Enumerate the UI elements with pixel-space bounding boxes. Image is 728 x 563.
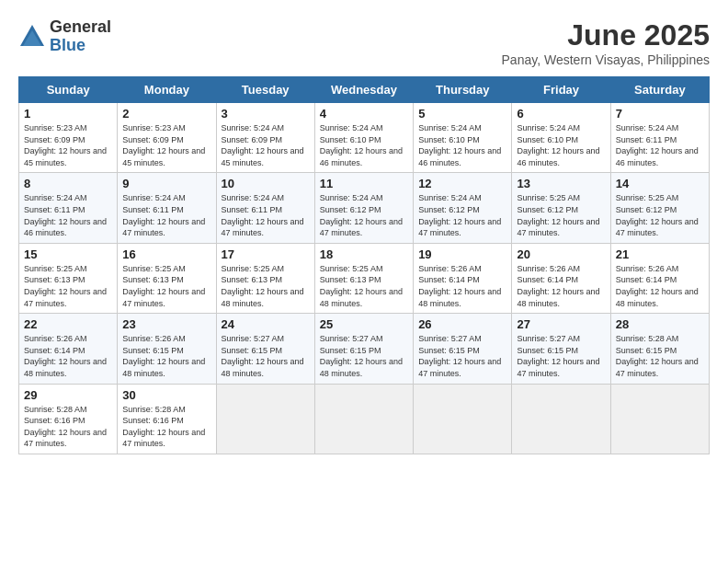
day-number: 16 (122, 247, 210, 261)
column-header-monday: Monday (118, 77, 216, 103)
logo-general-label: General (50, 18, 111, 37)
calendar-day-19: 19Sunrise: 5:26 AMSunset: 6:14 PMDayligh… (414, 243, 512, 313)
day-info: Sunrise: 5:25 AMSunset: 6:12 PMDaylight:… (517, 192, 605, 238)
day-number: 4 (320, 107, 408, 121)
calendar-day-23: 23Sunrise: 5:26 AMSunset: 6:15 PMDayligh… (118, 314, 216, 384)
calendar-day-26: 26Sunrise: 5:27 AMSunset: 6:15 PMDayligh… (414, 314, 512, 384)
calendar-day-18: 18Sunrise: 5:25 AMSunset: 6:13 PMDayligh… (314, 243, 413, 313)
day-info: Sunrise: 5:24 AMSunset: 6:11 PMDaylight:… (122, 192, 210, 238)
calendar-day-4: 4Sunrise: 5:24 AMSunset: 6:10 PMDaylight… (314, 103, 413, 173)
day-info: Sunrise: 5:23 AMSunset: 6:09 PMDaylight:… (122, 122, 210, 168)
column-header-friday: Friday (512, 77, 610, 103)
header: General Blue June 2025 Panay, Western Vi… (18, 18, 710, 67)
calendar-week-1: 1Sunrise: 5:23 AMSunset: 6:09 PMDaylight… (19, 103, 710, 173)
day-number: 26 (418, 317, 506, 331)
day-number: 19 (418, 247, 506, 261)
day-info: Sunrise: 5:24 AMSunset: 6:12 PMDaylight:… (418, 192, 506, 238)
day-number: 6 (517, 107, 605, 121)
logo-icon (18, 23, 46, 51)
calendar-day-1: 1Sunrise: 5:23 AMSunset: 6:09 PMDaylight… (19, 103, 118, 173)
day-info: Sunrise: 5:26 AMSunset: 6:14 PMDaylight:… (24, 333, 112, 379)
calendar-empty-cell (610, 384, 709, 454)
day-info: Sunrise: 5:27 AMSunset: 6:15 PMDaylight:… (418, 333, 506, 379)
calendar-day-7: 7Sunrise: 5:24 AMSunset: 6:11 PMDaylight… (610, 103, 709, 173)
column-header-saturday: Saturday (610, 77, 709, 103)
day-number: 7 (616, 107, 704, 121)
day-number: 11 (320, 177, 408, 190)
day-number: 22 (24, 317, 112, 331)
day-number: 9 (122, 177, 210, 190)
calendar-table: SundayMondayTuesdayWednesdayThursdayFrid… (18, 76, 710, 454)
calendar-day-15: 15Sunrise: 5:25 AMSunset: 6:13 PMDayligh… (19, 243, 118, 313)
day-info: Sunrise: 5:24 AMSunset: 6:09 PMDaylight:… (222, 122, 310, 168)
calendar-empty-cell (216, 384, 314, 454)
calendar-day-25: 25Sunrise: 5:27 AMSunset: 6:15 PMDayligh… (314, 314, 413, 384)
calendar-week-3: 15Sunrise: 5:25 AMSunset: 6:13 PMDayligh… (19, 243, 710, 313)
day-number: 13 (517, 177, 605, 190)
logo-text: General Blue (50, 18, 111, 55)
calendar-day-21: 21Sunrise: 5:26 AMSunset: 6:14 PMDayligh… (610, 243, 709, 313)
day-number: 1 (24, 107, 112, 121)
calendar-day-13: 13Sunrise: 5:25 AMSunset: 6:12 PMDayligh… (512, 173, 610, 243)
calendar-day-11: 11Sunrise: 5:24 AMSunset: 6:12 PMDayligh… (314, 173, 413, 243)
calendar-empty-cell (314, 384, 413, 454)
day-info: Sunrise: 5:24 AMSunset: 6:10 PMDaylight:… (418, 122, 506, 168)
day-number: 3 (222, 107, 310, 121)
day-number: 21 (616, 247, 704, 261)
day-number: 2 (122, 107, 210, 121)
day-info: Sunrise: 5:23 AMSunset: 6:09 PMDaylight:… (24, 122, 112, 168)
day-number: 25 (320, 317, 408, 331)
day-info: Sunrise: 5:24 AMSunset: 6:11 PMDaylight:… (24, 192, 112, 238)
calendar-day-22: 22Sunrise: 5:26 AMSunset: 6:14 PMDayligh… (19, 314, 118, 384)
day-number: 10 (222, 177, 310, 190)
calendar-day-29: 29Sunrise: 5:28 AMSunset: 6:16 PMDayligh… (19, 384, 118, 454)
calendar-header-row: SundayMondayTuesdayWednesdayThursdayFrid… (19, 77, 710, 103)
column-header-wednesday: Wednesday (314, 77, 413, 103)
day-number: 5 (418, 107, 506, 121)
day-info: Sunrise: 5:24 AMSunset: 6:12 PMDaylight:… (320, 192, 408, 238)
day-number: 28 (616, 317, 704, 331)
day-number: 17 (222, 247, 310, 261)
day-info: Sunrise: 5:24 AMSunset: 6:10 PMDaylight:… (320, 122, 408, 168)
month-title: June 2025 (502, 18, 710, 52)
day-number: 23 (122, 317, 210, 331)
logo-blue-label: Blue (50, 37, 111, 55)
day-number: 30 (122, 388, 210, 402)
calendar-day-3: 3Sunrise: 5:24 AMSunset: 6:09 PMDaylight… (216, 103, 314, 173)
day-info: Sunrise: 5:25 AMSunset: 6:13 PMDaylight:… (222, 263, 310, 309)
calendar-day-10: 10Sunrise: 5:24 AMSunset: 6:11 PMDayligh… (216, 173, 314, 243)
day-info: Sunrise: 5:28 AMSunset: 6:16 PMDaylight:… (24, 404, 112, 450)
day-number: 8 (24, 177, 112, 190)
calendar-day-24: 24Sunrise: 5:27 AMSunset: 6:15 PMDayligh… (216, 314, 314, 384)
calendar-day-8: 8Sunrise: 5:24 AMSunset: 6:11 PMDaylight… (19, 173, 118, 243)
day-info: Sunrise: 5:26 AMSunset: 6:14 PMDaylight:… (616, 263, 704, 309)
day-info: Sunrise: 5:28 AMSunset: 6:15 PMDaylight:… (616, 333, 704, 379)
calendar-empty-cell (414, 384, 512, 454)
day-number: 20 (517, 247, 605, 261)
day-info: Sunrise: 5:27 AMSunset: 6:15 PMDaylight:… (517, 333, 605, 379)
calendar-day-16: 16Sunrise: 5:25 AMSunset: 6:13 PMDayligh… (118, 243, 216, 313)
calendar-week-4: 22Sunrise: 5:26 AMSunset: 6:14 PMDayligh… (19, 314, 710, 384)
day-info: Sunrise: 5:26 AMSunset: 6:15 PMDaylight:… (122, 333, 210, 379)
location-subtitle: Panay, Western Visayas, Philippines (502, 52, 710, 67)
day-number: 12 (418, 177, 506, 190)
calendar-day-12: 12Sunrise: 5:24 AMSunset: 6:12 PMDayligh… (414, 173, 512, 243)
day-info: Sunrise: 5:27 AMSunset: 6:15 PMDaylight:… (320, 333, 408, 379)
day-info: Sunrise: 5:24 AMSunset: 6:11 PMDaylight:… (616, 122, 704, 168)
day-info: Sunrise: 5:25 AMSunset: 6:12 PMDaylight:… (616, 192, 704, 238)
calendar-day-27: 27Sunrise: 5:27 AMSunset: 6:15 PMDayligh… (512, 314, 610, 384)
logo: General Blue (18, 18, 111, 55)
title-area: June 2025 Panay, Western Visayas, Philip… (502, 18, 710, 67)
day-info: Sunrise: 5:24 AMSunset: 6:10 PMDaylight:… (517, 122, 605, 168)
day-info: Sunrise: 5:26 AMSunset: 6:14 PMDaylight:… (517, 263, 605, 309)
calendar-day-9: 9Sunrise: 5:24 AMSunset: 6:11 PMDaylight… (118, 173, 216, 243)
calendar-day-20: 20Sunrise: 5:26 AMSunset: 6:14 PMDayligh… (512, 243, 610, 313)
day-info: Sunrise: 5:25 AMSunset: 6:13 PMDaylight:… (24, 263, 112, 309)
calendar-week-5: 29Sunrise: 5:28 AMSunset: 6:16 PMDayligh… (19, 384, 710, 454)
day-info: Sunrise: 5:28 AMSunset: 6:16 PMDaylight:… (122, 404, 210, 450)
calendar-day-5: 5Sunrise: 5:24 AMSunset: 6:10 PMDaylight… (414, 103, 512, 173)
column-header-thursday: Thursday (414, 77, 512, 103)
column-header-sunday: Sunday (19, 77, 118, 103)
calendar-day-17: 17Sunrise: 5:25 AMSunset: 6:13 PMDayligh… (216, 243, 314, 313)
day-number: 15 (24, 247, 112, 261)
